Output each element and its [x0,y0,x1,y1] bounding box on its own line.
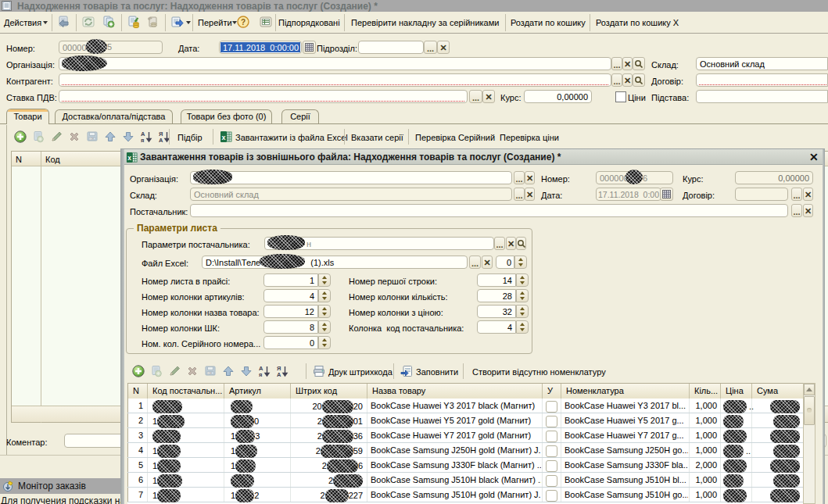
svg-text:OK: OK [90,138,95,141]
svg-text:я: я [141,137,144,143]
svg-text:OK: OK [208,372,213,375]
svg-text:А: А [159,137,163,143]
svg-text:А: А [277,371,281,377]
svg-text:x: x [127,154,131,162]
svg-text:x: x [221,134,225,141]
svg-text:?: ? [241,18,246,27]
svg-text:я: я [259,371,262,377]
